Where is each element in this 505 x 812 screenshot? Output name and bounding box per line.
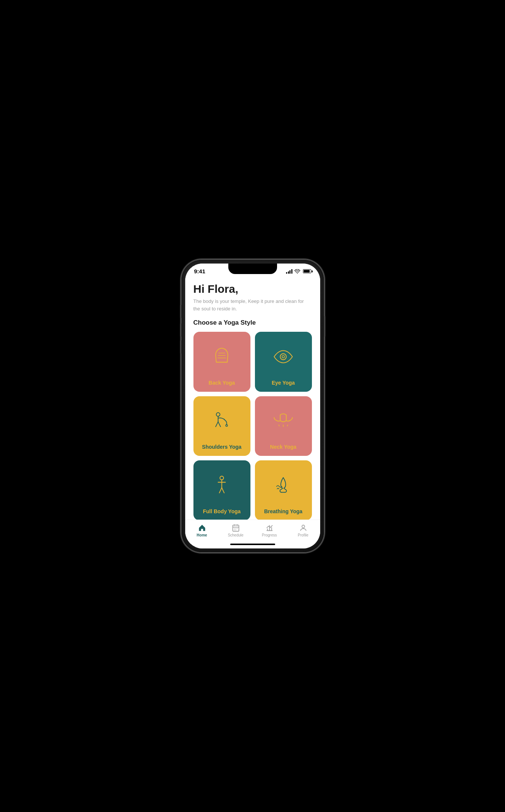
breathing-yoga-label: Breathing Yoga [264,508,302,514]
nav-progress[interactable]: Progress [253,524,286,537]
full-body-yoga-label: Full Body Yoga [203,508,241,514]
full-body-yoga-icon [197,466,247,505]
home-indicator [185,540,320,548]
home-bar [230,544,275,545]
status-icons [286,269,311,274]
eye-yoga-label: Eye Yoga [272,380,295,386]
battery-icon [303,269,311,273]
nav-profile[interactable]: Profile [286,524,320,537]
section-title: Choose a Yoga Style [193,319,312,327]
nav-home[interactable]: Home [185,524,219,537]
back-yoga-label: Back Yoga [208,380,235,386]
yoga-card-neck[interactable]: Neck Yoga [255,396,312,456]
signal-icon [286,269,292,274]
svg-line-10 [287,425,288,426]
greeting-subtitle: The body is your temple, Keep it pure an… [193,298,312,312]
svg-point-7 [226,424,228,426]
nav-profile-label: Profile [298,533,308,537]
svg-point-4 [280,354,286,360]
screen-content: Hi Flora, The body is your temple, Keep … [185,277,320,520]
yoga-grid: Back Yoga Eye Yoga [193,332,312,520]
eye-yoga-icon [259,337,308,377]
notch [228,264,277,274]
breathing-yoga-icon [259,466,308,505]
yoga-card-shoulders[interactable]: Shoulders Yoga [193,396,250,456]
yoga-card-back[interactable]: Back Yoga [193,332,250,392]
svg-point-5 [282,356,285,358]
svg-point-28 [302,525,304,528]
svg-point-0 [297,273,298,274]
svg-rect-16 [232,525,239,532]
svg-line-14 [219,488,222,493]
nav-schedule-label: Schedule [228,533,244,537]
svg-point-6 [216,413,220,416]
yoga-card-breathing[interactable]: Breathing Yoga [255,460,312,520]
neck-yoga-icon [259,402,308,441]
progress-icon [265,524,274,532]
nav-progress-label: Progress [262,533,277,537]
home-icon [198,524,206,532]
schedule-icon [232,524,240,532]
svg-point-11 [220,476,224,480]
svg-line-15 [222,488,225,493]
shoulders-yoga-label: Shoulders Yoga [202,444,241,450]
neck-yoga-label: Neck Yoga [270,444,296,450]
phone-frame: 9:41 Hi Flora, The body is your templ [181,260,324,552]
nav-schedule[interactable]: Schedule [219,524,253,537]
shoulders-yoga-icon [197,402,247,441]
yoga-card-eye[interactable]: Eye Yoga [255,332,312,392]
back-yoga-icon [197,337,247,377]
wifi-icon [294,269,300,274]
profile-icon [299,524,307,532]
yoga-card-full-body[interactable]: Full Body Yoga [193,460,250,520]
svg-line-8 [279,425,279,426]
bottom-nav: Home Schedule [185,520,320,540]
phone-screen: 9:41 Hi Flora, The body is your templ [185,264,320,548]
greeting-title: Hi Flora, [193,283,312,295]
status-time: 9:41 [194,268,205,274]
nav-home-label: Home [197,533,207,537]
